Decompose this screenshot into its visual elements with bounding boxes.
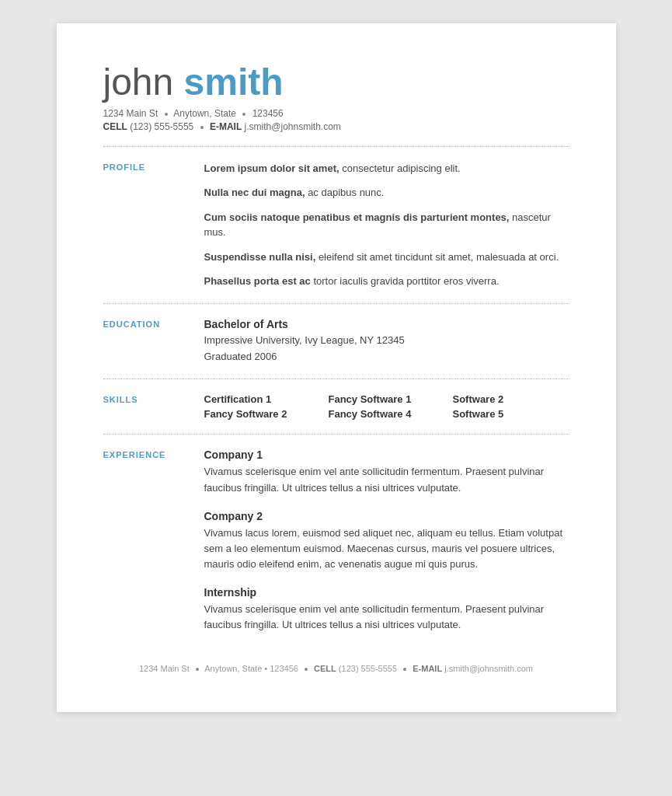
skill-6: Software 5 — [453, 408, 577, 420]
first-name: john — [103, 61, 174, 103]
header-name: john smith — [103, 62, 569, 103]
skill-3: Software 2 — [453, 393, 577, 405]
edu-university: Impressive University, Ivy League, NY 12… — [204, 333, 569, 349]
resume-footer: 1234 Main St Anytown, State • 123456 CEL… — [103, 664, 569, 673]
profile-para-3: Cum sociis natoque penatibus et magnis d… — [204, 210, 569, 240]
profile-para-4: Suspendisse nulla nisi, eleifend sit ame… — [204, 250, 569, 265]
profile-para-1: Lorem ipsum dolor sit amet, consectetur … — [204, 161, 569, 176]
footer-cell-label: CELL — [314, 664, 336, 673]
skills-content: Certification 1 Fancy Software 1 Softwar… — [204, 393, 577, 420]
edu-degree: Bachelor of Arts — [204, 318, 569, 330]
skills-section: SKILLS Certification 1 Fancy Software 1 … — [103, 393, 569, 420]
footer-city-state: Anytown, State • 123456 — [204, 664, 298, 673]
exp-entry-2: Company 2 Vivamus lacus lorem, euismod s… — [204, 510, 569, 572]
skill-4: Fancy Software 2 — [204, 408, 329, 420]
profile-section: PROFILE Lorem ipsum dolor sit amet, cons… — [103, 161, 569, 289]
exp-company-1: Company 1 — [204, 449, 569, 461]
footer-cell: (123) 555-5555 — [339, 664, 397, 673]
education-content: Bachelor of Arts Impressive University, … — [204, 318, 569, 365]
exp-company-2: Company 2 — [204, 510, 569, 522]
last-name: smith — [184, 61, 284, 103]
skill-1: Certification 1 — [204, 393, 329, 405]
skill-5: Fancy Software 4 — [329, 408, 453, 420]
skills-grid: Certification 1 Fancy Software 1 Softwar… — [204, 393, 577, 420]
divider-education — [103, 379, 569, 379]
header-address: 1234 Main St Anytown, State 123456 — [103, 108, 569, 119]
exp-desc-1: Vivamus scelerisque enim vel ante sollic… — [204, 464, 569, 495]
edu-graduated: Graduated 2006 — [204, 349, 569, 365]
profile-para-2: Nulla nec dui magna, ac dapibus nunc. — [204, 185, 569, 201]
footer-email-label: E-MAIL — [413, 664, 442, 673]
resume-page: john smith 1234 Main St Anytown, State 1… — [57, 23, 616, 712]
experience-section: EXPERIENCE Company 1 Vivamus scelerisque… — [103, 449, 569, 633]
resume-header: john smith 1234 Main St Anytown, State 1… — [103, 62, 569, 132]
education-label: EDUCATION — [103, 318, 204, 365]
profile-para-5: Phasellus porta est ac tortor iaculis gr… — [204, 274, 569, 289]
exp-company-3: Internship — [204, 586, 569, 599]
experience-content: Company 1 Vivamus scelerisque enim vel a… — [204, 449, 569, 633]
footer-address: 1234 Main St — [139, 664, 190, 673]
skills-label: SKILLS — [103, 393, 204, 420]
exp-desc-2: Vivamus lacus lorem, euismod sed aliquet… — [204, 525, 569, 572]
exp-entry-1: Company 1 Vivamus scelerisque enim vel a… — [204, 449, 569, 495]
profile-content: Lorem ipsum dolor sit amet, consectetur … — [204, 161, 569, 289]
header-contact: CELL (123) 555-5555 E-MAIL j.smith@johns… — [103, 121, 569, 132]
divider-header — [103, 146, 569, 147]
skill-2: Fancy Software 1 — [329, 393, 453, 405]
education-section: EDUCATION Bachelor of Arts Impressive Un… — [103, 318, 569, 365]
divider-profile — [103, 303, 569, 304]
experience-label: EXPERIENCE — [103, 449, 204, 633]
exp-desc-3: Vivamus scelerisque enim vel ante sollic… — [204, 602, 569, 633]
divider-skills — [103, 434, 569, 435]
exp-entry-3: Internship Vivamus scelerisque enim vel … — [204, 586, 569, 633]
profile-label: PROFILE — [103, 161, 204, 289]
footer-email: j.smith@johnsmith.com — [444, 664, 533, 673]
